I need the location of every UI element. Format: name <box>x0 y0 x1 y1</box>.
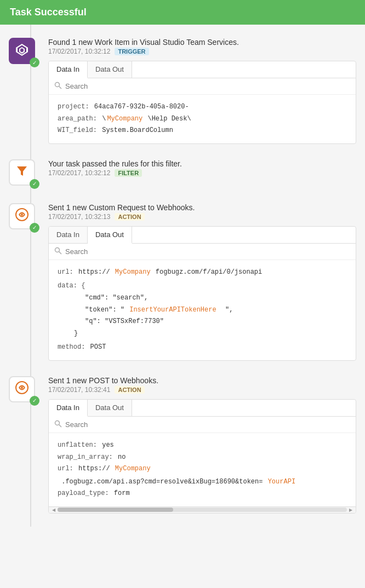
svg-point-4 <box>21 214 23 216</box>
val-wit-field: System.BoardColumn <box>98 125 173 137</box>
step-4-badge: ACTION <box>115 386 144 394</box>
data-row-method: method: POST <box>58 342 347 354</box>
step-4-tabs: Data In Data Out <box>49 400 356 417</box>
val-method: POST <box>86 342 106 354</box>
svg-line-10 <box>59 424 62 427</box>
val-url-suffix: fogbugz.com/f/api/0/jsonapi <box>152 267 263 279</box>
step-4-icon-wrap: ✓ <box>9 376 37 405</box>
val-url4-mid: .fogbugz.com/api.asp?cmd=resolve&ixBug=1… <box>58 476 267 488</box>
key-area-path: area_path: <box>58 113 97 125</box>
step-3: ✓ Sent 1 new Custom Request to Webhooks.… <box>0 195 365 368</box>
key-payload-type: payload_type: <box>58 488 109 500</box>
val-url-prefix: https:// <box>75 267 114 279</box>
svg-line-1 <box>59 87 62 89</box>
step-1-data: project: 64aca767-932b-405a-8020- area_p… <box>49 95 356 143</box>
val-project: 64aca767-932b-405a-8020- <box>90 101 189 113</box>
data-block: "cmd": "search", "token": " InsertYourAP… <box>58 292 347 328</box>
step-4-timestamp: 17/02/2017, 10:32:41 <box>48 386 110 394</box>
step-4-scrollbar[interactable]: ◀ ▶ <box>49 506 356 513</box>
step-4-card: Data In Data Out unflatten: yes wrap_i <box>48 399 356 514</box>
data-row-close: } <box>58 328 347 340</box>
val-area-path-1: \ <box>98 113 106 125</box>
step-2-check: ✓ <box>30 179 39 189</box>
step-1-timestamp: 17/02/2017, 10:32:12 <box>48 48 110 55</box>
val-area-path-company: MyCompany <box>107 113 142 125</box>
step-3-search-input[interactable] <box>65 247 350 256</box>
step-3-badge: ACTION <box>115 213 144 221</box>
step-3-tab-data-out[interactable]: Data Out <box>88 227 132 244</box>
key-unflatten: unflatten: <box>58 440 97 452</box>
val-token-suffix: ", <box>218 304 233 316</box>
step-1-search-input[interactable] <box>65 82 350 90</box>
scroll-right-arrow[interactable]: ▶ <box>347 508 355 512</box>
svg-marker-2 <box>17 166 27 176</box>
step-2-title: Your task passed the rules for this filt… <box>48 159 356 168</box>
vsts-icon <box>15 43 29 60</box>
key-wit-field: WIT_field: <box>58 125 97 137</box>
step-4-data: unflatten: yes wrap_in_array: no url: ht… <box>49 433 356 506</box>
step-2-meta: 17/02/2017, 10:32:12 FILTER <box>48 169 356 177</box>
step-4-tab-data-out[interactable]: Data Out <box>88 400 132 416</box>
val-brace-close: } <box>74 330 78 337</box>
val-url4-token: YourAPI <box>268 476 295 488</box>
data-row-url4: url: https:// MyCompany .fogbugz.com/api… <box>58 463 347 488</box>
svg-point-0 <box>55 83 60 87</box>
data-row-unflatten: unflatten: yes <box>58 440 347 452</box>
search-icon-3 <box>54 247 62 256</box>
data-row-data-label: data: { <box>58 280 347 292</box>
step-1-title: Found 1 new Work Item in Visual Studio T… <box>48 38 356 47</box>
page-title: Task Successful <box>10 7 355 18</box>
webhook-icon-3 <box>15 207 29 224</box>
step-3-icon-wrap: ✓ <box>9 203 37 232</box>
val-token-value: InsertYourAPITokenHere <box>129 304 216 316</box>
step-3-card: Data In Data Out url: https:// MyCompany… <box>48 226 356 361</box>
data-row: project: 64aca767-932b-405a-8020- <box>58 101 347 113</box>
search-icon-1 <box>54 82 62 91</box>
svg-line-6 <box>59 251 62 254</box>
scroll-left-arrow[interactable]: ◀ <box>50 508 58 512</box>
step-3-check: ✓ <box>30 223 39 233</box>
val-token-prefix: "token": " <box>85 304 128 316</box>
val-q: "q": "VSTSxRef:7730" <box>85 316 164 328</box>
key-wrap-in-array: wrap_in_array: <box>58 452 113 464</box>
data-row: area_path: \ MyCompany \Help Desk\ <box>58 113 347 125</box>
step-3-meta: 17/02/2017, 10:32:13 ACTION <box>48 213 356 221</box>
svg-point-8 <box>21 387 23 389</box>
data-row-q: "q": "VSTSxRef:7730" <box>85 316 347 328</box>
step-3-tab-data-in[interactable]: Data In <box>49 227 88 243</box>
data-row-token: "token": " InsertYourAPITokenHere ", <box>85 304 347 316</box>
filter-icon <box>16 165 28 180</box>
key-project: project: <box>58 101 89 113</box>
step-3-body: Sent 1 new Custom Request to Webhooks. 1… <box>48 203 356 361</box>
step-1-tab-data-in[interactable]: Data In <box>49 61 88 78</box>
search-icon-4 <box>54 420 62 429</box>
step-1-tab-data-out[interactable]: Data Out <box>88 61 132 78</box>
svg-point-9 <box>55 420 60 425</box>
step-3-search-row <box>49 244 356 260</box>
step-1-card: Data In Data Out project: 64aca767-932b-… <box>48 61 356 144</box>
val-payload-type: form <box>110 488 130 500</box>
step-4-check: ✓ <box>30 396 39 406</box>
step-4-search-row <box>49 417 356 433</box>
step-1: ✓ Found 1 new Work Item in Visual Studio… <box>0 30 365 152</box>
key-url: url: <box>58 267 73 279</box>
step-1-check: ✓ <box>30 57 39 67</box>
step-3-timestamp: 17/02/2017, 10:32:13 <box>48 213 110 221</box>
val-area-path-2: \Help Desk\ <box>144 113 191 125</box>
step-4: ✓ Sent 1 new POST to Webhooks. 17/02/201… <box>0 368 365 521</box>
val-cmd: "cmd": "search", <box>85 292 148 304</box>
step-3-title: Sent 1 new Custom Request to Webhooks. <box>48 203 356 212</box>
step-3-tabs: Data In Data Out <box>49 227 356 244</box>
key-url4: url: <box>58 463 73 475</box>
val-url4-prefix: https:// <box>75 463 114 475</box>
step-4-search-input[interactable] <box>65 420 350 429</box>
webhook-icon-4 <box>15 381 29 397</box>
val-wrap-in-array: no <box>114 452 126 464</box>
step-4-meta: 17/02/2017, 10:32:41 ACTION <box>48 386 356 394</box>
scrollbar-track[interactable] <box>58 508 347 512</box>
val-unflatten: yes <box>98 440 114 452</box>
val-url-company: MyCompany <box>115 267 151 279</box>
step-4-tab-data-in[interactable]: Data In <box>49 400 88 417</box>
data-row-wrap: wrap_in_array: no <box>58 452 347 464</box>
data-row-payload-type: payload_type: form <box>58 488 347 500</box>
